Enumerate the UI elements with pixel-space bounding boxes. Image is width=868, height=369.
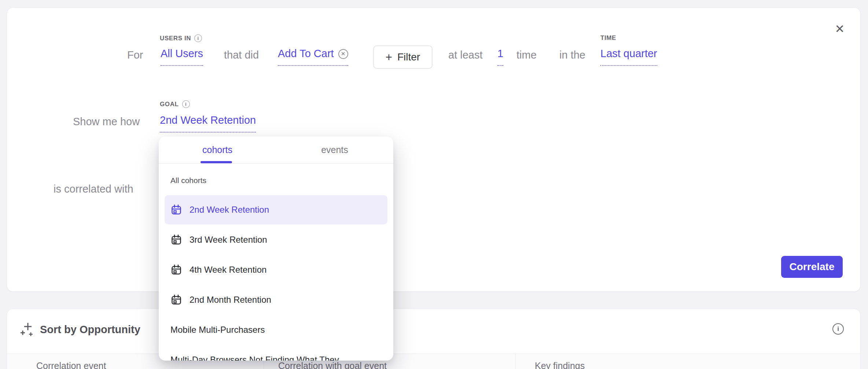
times-count-selector[interactable]: 1 [497, 47, 503, 66]
results-card: Sort by Opportunity i Correlation event … [7, 309, 861, 369]
goal-label: GOAL i [160, 100, 190, 108]
cohort-section-label: All cohorts [170, 176, 206, 185]
sort-by-label: Sort by Opportunity [40, 324, 140, 336]
info-icon[interactable]: i [194, 34, 202, 42]
results-table-header: Correlation event Correlation with goal … [7, 354, 860, 369]
goal-dropdown: cohorts events All cohorts 2nd Week Rete… [159, 137, 393, 361]
list-item-label: 4th Week Retention [190, 265, 266, 275]
in-the-text: in the [559, 49, 585, 61]
show-me-how-text: Show me how [73, 115, 140, 128]
times-count-value: 1 [497, 47, 503, 60]
users-value: All Users [161, 47, 203, 60]
cohort-list: 2nd Week Retention 3rd Week Retention 4t… [165, 195, 387, 361]
column-header-correlation-event: Correlation event [36, 361, 106, 369]
column-divider [515, 354, 516, 369]
column-header-key-findings: Key findings [535, 361, 585, 369]
active-tab-indicator [201, 161, 232, 163]
list-item-label: 3rd Week Retention [190, 235, 267, 245]
users-in-label: USERS IN i [160, 34, 202, 42]
users-selector[interactable]: All Users [161, 47, 203, 66]
add-filter-button[interactable]: + Filter [373, 45, 433, 69]
is-correlated-with-text: is correlated with [54, 183, 133, 195]
goal-value: 2nd Week Retention [160, 114, 256, 126]
correlate-button[interactable]: Correlate [781, 256, 843, 278]
calendar-icon [170, 234, 182, 246]
info-icon[interactable]: i [832, 323, 844, 335]
list-item-4th-week-retention[interactable]: 4th Week Retention [165, 255, 387, 284]
calendar-icon [170, 294, 182, 306]
list-item-label: Multi-Day Browsers Not Finding What They [170, 355, 339, 361]
time-label: TIME [600, 34, 616, 42]
query-builder-card: ✕ USERS IN i TIME For All Users that did… [7, 7, 861, 292]
plus-icon: + [386, 52, 392, 63]
list-item-mobile-multi-purchasers[interactable]: Mobile Multi-Purchasers [165, 315, 387, 344]
tab-events[interactable]: events [276, 137, 393, 163]
that-did-text: that did [224, 49, 259, 61]
list-item-label: Mobile Multi-Purchasers [170, 325, 265, 335]
info-icon[interactable]: i [182, 100, 190, 108]
list-item-label: 2nd Week Retention [190, 205, 269, 215]
calendar-icon [170, 264, 182, 276]
sparkles-icon [18, 321, 35, 338]
tab-cohorts[interactable]: cohorts [159, 137, 276, 163]
correlation-builder-page: ✕ USERS IN i TIME For All Users that did… [0, 0, 868, 369]
list-item-label: 2nd Month Retention [190, 295, 271, 305]
list-item-multi-day-browsers[interactable]: Multi-Day Browsers Not Finding What They [165, 345, 387, 361]
time-range-selector[interactable]: Last quarter [600, 47, 657, 66]
time-range-value: Last quarter [600, 47, 657, 60]
users-in-label-text: USERS IN [160, 35, 191, 42]
event-value: Add To Cart [278, 47, 334, 60]
for-text: For [127, 49, 143, 61]
list-item-3rd-week-retention[interactable]: 3rd Week Retention [165, 225, 387, 254]
list-item-2nd-week-retention[interactable]: 2nd Week Retention [165, 195, 387, 224]
column-header-correlation-with-goal: Correlation with goal event [278, 361, 387, 369]
list-item-2nd-month-retention[interactable]: 2nd Month Retention [165, 285, 387, 314]
remove-event-icon[interactable]: ✕ [338, 49, 348, 59]
dropdown-tabs: cohorts events [159, 137, 393, 164]
filter-button-label: Filter [397, 51, 420, 63]
event-selector[interactable]: Add To Cart ✕ [278, 47, 348, 66]
calendar-icon [170, 204, 182, 216]
close-icon[interactable]: ✕ [832, 21, 848, 37]
goal-selector[interactable]: 2nd Week Retention [160, 114, 256, 133]
at-least-text: at least [448, 49, 483, 61]
time-text: time [516, 49, 537, 61]
sort-by-opportunity-button[interactable]: Sort by Opportunity [18, 321, 140, 338]
goal-label-text: GOAL [160, 101, 179, 108]
time-label-text: TIME [600, 34, 616, 42]
